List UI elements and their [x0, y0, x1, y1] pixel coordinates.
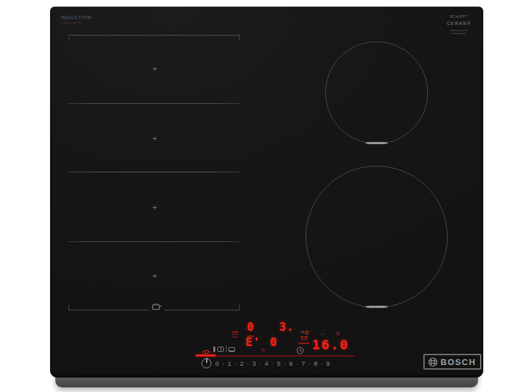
pause-icon[interactable]	[213, 347, 215, 352]
zone-display-bottom-right[interactable]: 0	[270, 336, 277, 349]
cooking-zone-circle-top	[325, 41, 428, 144]
induction-hob-glass: INDUCTION PXE631HC1E SCHOTT CERAN® + + +…	[50, 7, 483, 378]
model-label: PXE631HC1E	[61, 22, 81, 25]
slider-track-active	[196, 355, 216, 356]
flex-zone-line	[68, 172, 240, 172]
status-key-cluster	[213, 345, 235, 352]
bosch-logo-text: BOSCH	[440, 357, 476, 367]
product-photo-stage: INDUCTION PXE631HC1E SCHOTT CERAN® + + +…	[0, 0, 532, 392]
schott-ceran-mark: SCHOTT CERAN®	[444, 14, 474, 34]
hood-fan-icon[interactable]	[298, 330, 310, 341]
zone-display-top-right[interactable]: 3.	[279, 321, 294, 333]
zone-center-marker: +	[150, 203, 159, 212]
hood-key-underline	[298, 343, 309, 344]
zone-front-marker	[365, 306, 388, 308]
bridge-zone-icon[interactable]	[217, 347, 224, 352]
funnel-icon	[335, 331, 340, 337]
bosch-emblem-icon	[428, 357, 438, 367]
cooking-zone-circle-bottom	[306, 166, 448, 308]
divider-line	[226, 345, 226, 352]
zone-display-bottom-left[interactable]: E'	[246, 336, 260, 349]
zone-center-marker: +	[150, 64, 159, 74]
timer-display[interactable]: 16.0	[312, 338, 349, 352]
zone-center-marker: +	[150, 134, 159, 143]
induction-badge: INDUCTION	[61, 15, 92, 20]
zone-center-marker: +	[150, 272, 159, 281]
star-indicator-icon: ∗	[261, 347, 266, 353]
slider-track	[216, 355, 355, 356]
clock-icon[interactable]	[296, 347, 304, 355]
zone-front-marker	[365, 142, 388, 144]
flex-zone-line	[68, 241, 240, 242]
timer-unit-label: min	[320, 332, 326, 336]
zone-display-top-left[interactable]: 0	[247, 321, 254, 333]
schott-fineprint	[452, 33, 466, 34]
schott-divider	[450, 30, 468, 31]
pan-detection-icon[interactable]	[228, 347, 235, 352]
ceran-line: CERAN®	[446, 21, 471, 26]
power-level-slider[interactable]: 0 · 1 · 2 · 3 · 4 · 5 · 6 · 7 · 8 · 9	[215, 360, 329, 367]
flex-zone-top-bracket	[68, 35, 240, 41]
menu-lines-icon	[232, 331, 238, 339]
flex-zone-line	[68, 103, 240, 104]
power-icon[interactable]	[201, 358, 211, 368]
bosch-logo: BOSCH	[423, 354, 481, 370]
schott-line: SCHOTT	[450, 14, 467, 18]
flex-pan-icon	[149, 302, 165, 310]
